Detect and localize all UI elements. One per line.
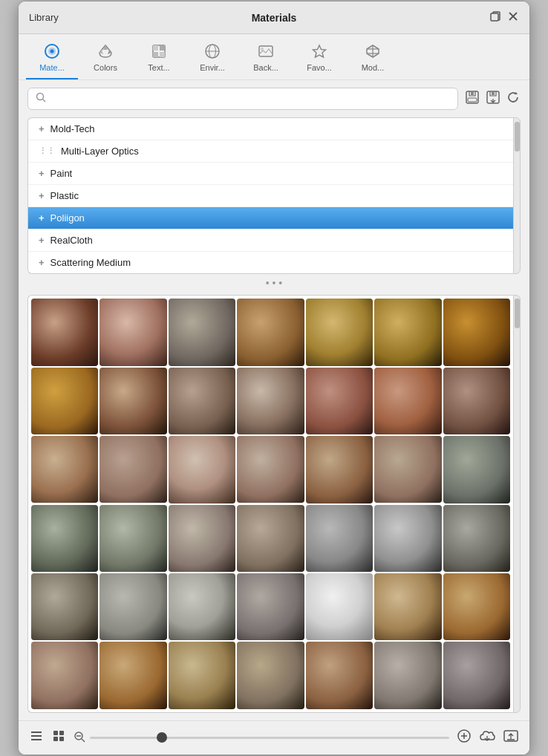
material-thumb[interactable] bbox=[443, 642, 510, 708]
material-thumb[interactable] bbox=[374, 642, 441, 708]
material-thumb[interactable] bbox=[100, 299, 166, 365]
material-thumb[interactable] bbox=[169, 573, 235, 640]
svg-point-21 bbox=[37, 94, 44, 100]
material-thumb[interactable] bbox=[100, 436, 166, 503]
material-thumb[interactable] bbox=[237, 642, 304, 708]
list-scrollbar[interactable] bbox=[513, 117, 521, 274]
grid-scrollbar[interactable] bbox=[513, 295, 521, 713]
expand-icon: + bbox=[39, 257, 45, 268]
tab-materials[interactable]: Mate... bbox=[26, 40, 78, 79]
titlebar: Library Materials bbox=[19, 1, 529, 34]
expand-icon: + bbox=[39, 168, 45, 179]
save-to-library-icon[interactable] bbox=[464, 89, 480, 109]
material-thumb[interactable] bbox=[306, 573, 373, 640]
material-thumb[interactable] bbox=[169, 436, 235, 503]
material-thumb[interactable] bbox=[169, 505, 235, 572]
window-title-center: Materials bbox=[252, 12, 297, 24]
drag-handle[interactable]: • • • bbox=[19, 274, 529, 292]
material-thumb[interactable] bbox=[100, 642, 166, 708]
close-button[interactable] bbox=[507, 10, 519, 25]
svg-rect-32 bbox=[53, 731, 58, 735]
grid-view-button[interactable] bbox=[51, 729, 66, 747]
material-thumb[interactable] bbox=[306, 299, 373, 365]
material-thumb[interactable] bbox=[443, 368, 510, 434]
item-label: Multi-Layer Optics bbox=[61, 146, 139, 157]
material-thumb[interactable] bbox=[237, 299, 304, 365]
material-thumb[interactable] bbox=[31, 368, 98, 434]
material-thumb[interactable] bbox=[306, 505, 373, 572]
material-thumb[interactable] bbox=[169, 299, 235, 365]
tab-environments-label: Envir... bbox=[200, 63, 225, 72]
list-item[interactable]: + Mold-Tech bbox=[28, 118, 513, 140]
material-thumb[interactable] bbox=[443, 573, 510, 640]
list-item[interactable]: + Paint bbox=[28, 163, 513, 185]
material-thumb[interactable] bbox=[443, 505, 510, 572]
tab-backgrounds[interactable]: Back... bbox=[240, 40, 292, 79]
expand-icon: + bbox=[39, 123, 45, 134]
material-thumb[interactable] bbox=[237, 505, 304, 572]
material-thumb[interactable] bbox=[306, 642, 373, 708]
material-thumb[interactable] bbox=[31, 505, 98, 572]
tab-textures-label: Text... bbox=[148, 63, 169, 72]
svg-rect-33 bbox=[59, 731, 64, 735]
material-thumb[interactable] bbox=[374, 436, 441, 503]
cloud-icon[interactable] bbox=[479, 729, 495, 746]
models-icon bbox=[365, 43, 381, 62]
tab-environments[interactable]: Envir... bbox=[186, 40, 238, 79]
list-item[interactable]: + RealCloth bbox=[28, 229, 513, 252]
material-thumb[interactable] bbox=[374, 505, 441, 572]
search-wrapper[interactable] bbox=[27, 88, 458, 110]
svg-rect-27 bbox=[492, 91, 495, 95]
grid-scrollbar-thumb[interactable] bbox=[515, 299, 520, 328]
list-item[interactable]: ⋮⋮ Multi-Layer Optics bbox=[28, 140, 513, 163]
material-thumb[interactable] bbox=[237, 436, 304, 503]
list-item[interactable]: + Scattering Medium bbox=[28, 252, 513, 273]
material-thumb[interactable] bbox=[374, 368, 441, 434]
material-thumb[interactable] bbox=[169, 642, 235, 708]
load-from-library-icon[interactable] bbox=[485, 89, 501, 109]
material-thumb[interactable] bbox=[306, 436, 373, 503]
export-icon[interactable] bbox=[503, 729, 519, 747]
add-icon[interactable] bbox=[457, 729, 472, 747]
material-thumb[interactable] bbox=[237, 368, 304, 434]
material-thumb[interactable] bbox=[100, 368, 166, 434]
material-thumb[interactable] bbox=[100, 505, 166, 572]
list-item[interactable]: + Plastic bbox=[28, 185, 513, 207]
textures-icon bbox=[151, 43, 167, 62]
item-label: Paint bbox=[50, 168, 73, 179]
list-item-selected[interactable]: + Poliigon bbox=[28, 207, 513, 229]
material-thumb[interactable] bbox=[374, 299, 441, 365]
tab-favorites-label: Favo... bbox=[307, 63, 332, 72]
expand-icon: ⋮⋮ bbox=[39, 146, 55, 156]
favorites-icon bbox=[311, 43, 327, 62]
material-thumb[interactable] bbox=[169, 368, 235, 434]
material-thumb[interactable] bbox=[237, 573, 304, 640]
svg-rect-8 bbox=[160, 45, 165, 50]
refresh-icon[interactable] bbox=[506, 90, 521, 108]
zoom-slider-thumb[interactable] bbox=[157, 732, 167, 743]
bottom-bar bbox=[19, 720, 529, 755]
svg-rect-7 bbox=[153, 45, 158, 50]
material-thumb[interactable] bbox=[100, 573, 166, 640]
material-thumb[interactable] bbox=[374, 573, 441, 640]
item-label: Scattering Medium bbox=[50, 257, 131, 268]
svg-line-37 bbox=[82, 739, 85, 742]
toolbar-icons bbox=[464, 89, 521, 109]
search-input[interactable] bbox=[50, 94, 450, 105]
material-thumb[interactable] bbox=[306, 368, 373, 434]
tab-models[interactable]: Mod... bbox=[347, 40, 399, 79]
material-thumb[interactable] bbox=[443, 436, 510, 503]
tab-favorites[interactable]: Favo... bbox=[293, 40, 345, 79]
material-thumb[interactable] bbox=[443, 299, 510, 365]
material-thumb[interactable] bbox=[31, 573, 98, 640]
zoom-slider-track[interactable] bbox=[90, 737, 449, 739]
tab-colors[interactable]: Colors bbox=[79, 40, 131, 79]
tab-textures[interactable]: Text... bbox=[133, 40, 185, 79]
material-thumb[interactable] bbox=[31, 299, 98, 365]
list-scrollbar-thumb[interactable] bbox=[515, 122, 520, 151]
material-thumb[interactable] bbox=[31, 642, 98, 708]
restore-button[interactable] bbox=[489, 10, 501, 25]
list-view-button[interactable] bbox=[29, 729, 44, 747]
backgrounds-icon bbox=[258, 43, 274, 62]
material-thumb[interactable] bbox=[31, 436, 98, 503]
